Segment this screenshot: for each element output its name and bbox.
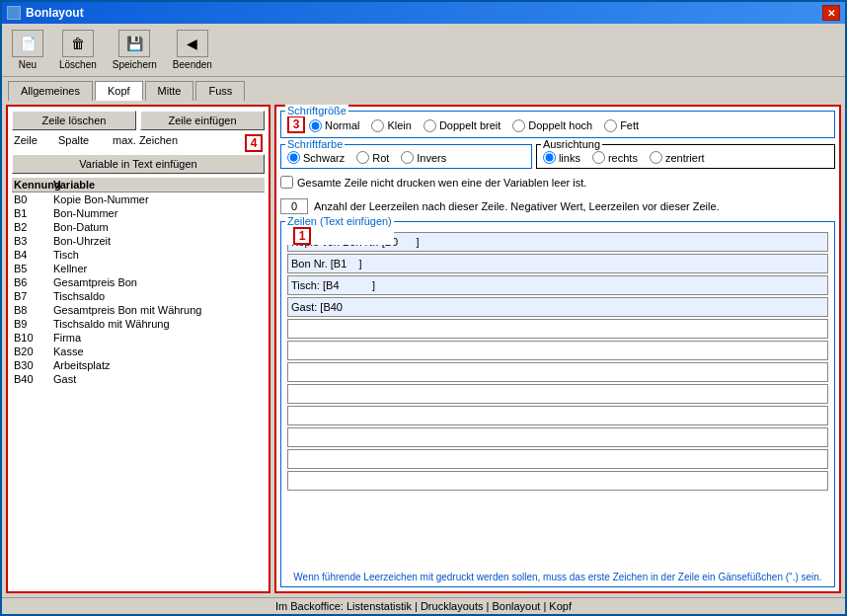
var-kennung: B2 [14, 221, 53, 233]
zeilen-input-4[interactable] [287, 297, 828, 317]
tab-allgemeines[interactable]: Allgemeines [8, 81, 93, 101]
zeilen-input-2[interactable] [287, 254, 828, 273]
variable-row-b8[interactable]: B8Gesamtpreis Bon mit Währung [12, 303, 265, 317]
variable-row-b3[interactable]: B3Bon-Uhrzeit [12, 234, 265, 248]
leerzeilen-row: 0 Anzahl der Leerzeilen nach dieser Zeil… [280, 198, 835, 214]
schriftgroesse-radio-klein[interactable] [371, 119, 384, 132]
schriftgroesse-radio-normal[interactable] [309, 119, 322, 132]
zeilen-input-7[interactable] [287, 362, 828, 382]
zeile-einfuegen-button[interactable]: Zeile einfügen [140, 111, 265, 130]
ausrichtung-radio-links[interactable] [543, 151, 556, 164]
schriftgroesse-label-klein: Klein [387, 119, 411, 131]
var-header-kennung: Kennung [14, 179, 53, 191]
variable-row-b2[interactable]: B2Bon-Datum [12, 220, 265, 234]
ausrichtung-label-links: links [559, 152, 580, 164]
var-kennung: B30 [14, 359, 53, 371]
col-zeile-label: Zeile [14, 134, 58, 152]
schriftfarbe-label-invers: Invers [417, 152, 446, 164]
var-name: Tischsaldo [53, 290, 263, 302]
schriftgroesse-label-doppelt_breit: Doppelt breit [439, 119, 500, 131]
schriftgroesse-legend: Schriftgröße [285, 105, 348, 116]
content-area: Zeile löschen Zeile einfügen Zeile Spalt… [2, 101, 845, 597]
badge-1: 1 [293, 227, 311, 245]
zeilen-input-3[interactable] [287, 275, 828, 295]
neu-toolbar-button[interactable]: 📄Neu [8, 28, 47, 72]
ausrichtung-radio-rechts[interactable] [592, 151, 605, 164]
col-spalte-label: Spalte [58, 134, 113, 152]
var-name: Tischsaldo mit Währung [53, 318, 263, 330]
col-max-label: max. Zeichen [113, 134, 245, 152]
variable-row-b30[interactable]: B30Arbeitsplatz [12, 358, 265, 372]
schriftfarbe-label-rot: Rot [372, 152, 389, 164]
beenden-toolbar-button[interactable]: ◀Beenden [169, 28, 216, 72]
schriftgroesse-radio-doppelt_hoch[interactable] [512, 119, 525, 132]
titlebar: Bonlayout ✕ [2, 2, 845, 24]
variable-row-b1[interactable]: B1Bon-Nummer [12, 206, 265, 220]
schriftfarbe-option-schwarz: Schwarz [287, 151, 345, 164]
zeilen-input-6[interactable] [287, 341, 828, 360]
speichern-toolbar-button[interactable]: 💾Speichern [109, 28, 161, 72]
variable-row-b10[interactable]: B10Firma [12, 331, 265, 345]
schriftfarbe-option-invers: Invers [401, 151, 446, 164]
var-kennung: B8 [14, 304, 53, 316]
leerzeilen-input[interactable]: 0 [280, 198, 308, 214]
var-kennung: B3 [14, 235, 53, 247]
window-icon [7, 6, 21, 20]
var-kennung: B20 [14, 346, 53, 357]
variable-rows: B0Kopie Bon-NummerB1Bon-NummerB2Bon-Datu… [12, 192, 265, 386]
tab-kopf[interactable]: Kopf [95, 81, 143, 101]
ausrichtung-option-links: links [543, 151, 580, 164]
leerzeilen-label: Anzahl der Leerzeilen nach dieser Zeile.… [314, 200, 720, 212]
gesamte-zeile-label: Gesamte Zeile nicht drucken wen eine der… [297, 177, 586, 189]
variable-row-b6[interactable]: B6Gesamtpreis Bon [12, 275, 265, 289]
schriftgroesse-label-normal: Normal [325, 119, 359, 131]
variable-row-b4[interactable]: B4Tisch [12, 248, 265, 262]
loeschen-label: Löschen [59, 59, 97, 70]
variable-row-b0[interactable]: B0Kopie Bon-Nummer [12, 192, 265, 206]
variable-row-b7[interactable]: B7Tischsaldo [12, 289, 265, 303]
zeile-loeschen-button[interactable]: Zeile löschen [12, 111, 136, 130]
var-name: Tisch [53, 249, 263, 261]
variable-row-b9[interactable]: B9Tischsaldo mit Währung [12, 317, 265, 331]
zeilen-input-10[interactable] [287, 427, 828, 447]
schriftfarbe-radio-schwarz[interactable] [287, 151, 300, 164]
var-name: Gesamtpreis Bon [53, 276, 263, 288]
schriftgroesse-radio-doppelt_breit[interactable] [424, 119, 436, 132]
schriftgroesse-radio-fett[interactable] [604, 119, 617, 132]
window-title: Bonlayout [26, 6, 84, 20]
loeschen-toolbar-button[interactable]: 🗑Löschen [55, 28, 101, 72]
ausrichtung-radio-zentriert[interactable] [650, 151, 662, 164]
zeilen-input-9[interactable] [287, 406, 828, 425]
var-header-variable: Variable [53, 179, 263, 191]
zeilen-inputs-container [287, 232, 828, 570]
schriftfarbe-label-schwarz: Schwarz [303, 152, 345, 164]
schriftgroesse-section: Schriftgröße 3 NormalKleinDoppelt breitD… [280, 111, 835, 138]
variable-einfuegen-button[interactable]: Variable in Text einfügen [12, 154, 265, 174]
variable-row-b40[interactable]: B40Gast [12, 372, 265, 386]
close-button[interactable]: ✕ [822, 5, 840, 21]
variable-row-b5[interactable]: B5Kellner [12, 262, 265, 275]
main-window: Bonlayout ✕ 📄Neu🗑Löschen💾Speichern◀Beend… [0, 0, 847, 616]
schriftfarbe-radio-rot[interactable] [356, 151, 369, 164]
gesamte-zeile-checkbox[interactable] [280, 176, 293, 189]
zeilen-input-8[interactable] [287, 384, 828, 404]
neu-icon: 📄 [12, 30, 43, 57]
var-kennung: B0 [14, 193, 53, 205]
var-kennung: B4 [14, 249, 53, 261]
hint-text: Wenn führende Leerzeichen mit gedruckt w… [287, 572, 828, 582]
schriftfarbe-radio-invers[interactable] [401, 151, 414, 164]
variable-table: Kennung Variable B0Kopie Bon-NummerB1Bon… [12, 178, 265, 587]
zeilen-input-11[interactable] [287, 449, 828, 469]
ausrichtung-option-zentriert: zentriert [650, 151, 705, 164]
tab-fuss[interactable]: Fuss [195, 81, 245, 101]
schriftgroesse-option-fett: Fett [604, 119, 639, 132]
beenden-icon: ◀ [177, 30, 208, 57]
variable-row-b20[interactable]: B20Kasse [12, 345, 265, 358]
var-name: Firma [53, 332, 263, 344]
var-name: Kasse [53, 346, 263, 357]
tab-mitte[interactable]: Mitte [145, 81, 194, 101]
var-name: Kopie Bon-Nummer [53, 193, 263, 205]
badge-3: 3 [287, 116, 305, 133]
zeilen-input-5[interactable] [287, 319, 828, 339]
zeilen-input-12[interactable] [287, 471, 828, 491]
